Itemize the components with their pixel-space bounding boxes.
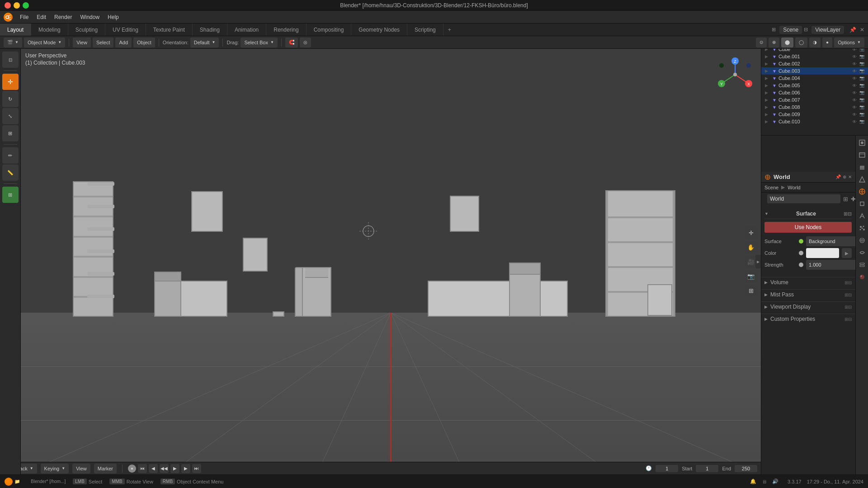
world-name-input[interactable]: [767, 194, 840, 203]
camera-restrict-icon-007[interactable]: 📷: [859, 98, 864, 102]
breadcrumb-world[interactable]: World: [788, 185, 801, 190]
cursor-tool-nav[interactable]: ✛: [745, 226, 757, 239]
object-menu-button[interactable]: Object: [133, 38, 155, 47]
tab-geometry-nodes[interactable]: Geometry Nodes: [351, 23, 407, 36]
viewport-gizmo[interactable]: Z X Y: [715, 54, 755, 95]
editor-type-button[interactable]: 🎬: [4, 38, 22, 47]
step-back-button[interactable]: ◀: [149, 464, 158, 473]
tab-rendering[interactable]: Rendering: [266, 23, 306, 36]
surface-value-input[interactable]: [806, 236, 855, 246]
scene-properties-tab[interactable]: [857, 174, 868, 185]
menu-render[interactable]: Render: [51, 13, 75, 22]
grid-view-nav[interactable]: ⊞: [745, 284, 757, 297]
data-properties-tab[interactable]: [857, 259, 868, 270]
visibility-icon-005[interactable]: 👁: [852, 83, 857, 88]
scene-selector[interactable]: Scene: [779, 26, 802, 34]
outliner-item-cube006[interactable]: ▶ ▼ Cube.006 👁 📷: [761, 89, 868, 96]
menu-file[interactable]: File: [16, 13, 32, 22]
visibility-icon-010[interactable]: 👁: [852, 119, 857, 124]
particles-properties-tab[interactable]: [857, 223, 868, 234]
strength-input[interactable]: [806, 260, 855, 270]
orientation-selector[interactable]: Default: [190, 38, 219, 47]
tab-compositing[interactable]: Compositing: [307, 23, 352, 36]
play-reverse-button[interactable]: ◀◀: [160, 464, 169, 473]
snap-button[interactable]: 🧲: [285, 38, 298, 47]
pan-tool-nav[interactable]: ✋: [745, 241, 757, 253]
breadcrumb-scene[interactable]: Scene: [764, 185, 778, 190]
camera-restrict-icon-005[interactable]: 📷: [859, 83, 864, 88]
options-button[interactable]: Options: [834, 38, 864, 47]
toggle-camera-nav[interactable]: 📷: [745, 270, 757, 282]
shading-render-button[interactable]: ●: [822, 38, 832, 47]
visibility-icon-006[interactable]: 👁: [852, 90, 857, 95]
tab-shading[interactable]: Shading: [193, 23, 227, 36]
copy-world-button[interactable]: ⊕: [843, 174, 846, 179]
color-picker-button[interactable]: ▶: [842, 248, 852, 258]
visibility-icon-009[interactable]: 👁: [852, 112, 857, 117]
keying-button[interactable]: Keying: [41, 464, 69, 474]
select-menu-button[interactable]: Select: [93, 38, 114, 47]
status-blender-logo[interactable]: [5, 478, 13, 486]
viewport-display-section[interactable]: ▶ Viewport Display ⊞⊟: [761, 301, 855, 312]
add-menu-button[interactable]: Add: [115, 38, 132, 47]
visibility-icon-008[interactable]: 👁: [852, 105, 857, 110]
proportional-edit-button[interactable]: ◎: [300, 38, 311, 47]
camera-restrict-icon-002[interactable]: 📷: [859, 61, 864, 66]
end-frame-input[interactable]: [735, 465, 757, 472]
camera-restrict-icon-009[interactable]: 📷: [859, 112, 864, 117]
tab-modeling[interactable]: Modeling: [31, 23, 68, 36]
record-button[interactable]: ●: [128, 465, 136, 473]
add-object-tool[interactable]: ⊞: [2, 187, 19, 203]
camera-restrict-icon-004[interactable]: 📷: [859, 76, 864, 80]
physics-properties-tab[interactable]: [857, 235, 868, 246]
custom-properties-section[interactable]: ▶ Custom Properties ⊞⊟: [761, 314, 855, 324]
annotate-tool[interactable]: ✏: [2, 147, 19, 164]
close-world-button[interactable]: ✕: [848, 174, 852, 179]
marker-button[interactable]: Marker: [94, 464, 117, 474]
tab-animation[interactable]: Animation: [227, 23, 266, 36]
viewlayer-selector[interactable]: ViewLayer: [811, 26, 844, 34]
camera-restrict-icon-001[interactable]: 📷: [859, 54, 864, 59]
current-frame-input[interactable]: [656, 465, 678, 472]
shading-wire-button[interactable]: ◯: [795, 38, 807, 47]
shading-solid-button[interactable]: ⬤: [781, 38, 793, 47]
select-box-tool[interactable]: ⊡: [2, 52, 19, 68]
step-forward-button[interactable]: ▶: [181, 464, 190, 473]
overlay-button[interactable]: ⊙: [756, 38, 767, 47]
menu-window[interactable]: Window: [76, 13, 103, 22]
menu-help[interactable]: Help: [104, 13, 123, 22]
jump-end-button[interactable]: ⏭: [192, 464, 201, 473]
scale-tool[interactable]: ⤡: [2, 108, 19, 124]
close-button[interactable]: [5, 2, 11, 9]
visibility-icon-004[interactable]: 👁: [852, 76, 857, 81]
close-editor-icon[interactable]: ✕: [860, 27, 864, 33]
modifier-properties-tab[interactable]: [857, 211, 868, 221]
output-properties-tab[interactable]: [857, 150, 868, 160]
add-workspace-button[interactable]: +: [443, 25, 456, 35]
pin-icon[interactable]: 📌: [849, 27, 856, 33]
outliner-item-cube008[interactable]: ▶ ▼ Cube.008 👁 📷: [761, 103, 868, 111]
camera-restrict-icon-003[interactable]: 📷: [859, 69, 864, 73]
view-timeline-button[interactable]: View: [72, 464, 90, 474]
visibility-icon-001[interactable]: 👁: [852, 54, 857, 59]
status-folder-icon[interactable]: 📁: [14, 479, 20, 484]
mist-pass-section[interactable]: ▶ Mist Pass ⊞⊟: [761, 289, 855, 300]
material-properties-tab[interactable]: [857, 272, 868, 282]
transform-tool[interactable]: ⊞: [2, 125, 19, 141]
visibility-icon-003[interactable]: 👁: [852, 69, 857, 74]
camera-restrict-icon-008[interactable]: 📷: [859, 105, 864, 109]
rotate-tool[interactable]: ↻: [2, 91, 19, 107]
panel-collapse-arrow[interactable]: ▶: [755, 255, 761, 268]
outliner-item-cube001[interactable]: ▶ ▼ Cube.001 👁 📷: [761, 53, 868, 60]
camera-restrict-icon-010[interactable]: 📷: [859, 119, 864, 124]
start-frame-input[interactable]: [696, 465, 718, 472]
outliner-item-cube009[interactable]: ▶ ▼ Cube.009 👁 📷: [761, 111, 868, 118]
tab-scripting[interactable]: Scripting: [407, 23, 443, 36]
new-world-button[interactable]: ✚: [851, 196, 855, 202]
outliner-item-cube003[interactable]: ▶ ▼ Cube.003 👁 📷: [761, 67, 868, 75]
tab-layout[interactable]: Layout: [0, 23, 31, 36]
play-button[interactable]: ▶: [170, 464, 179, 473]
constraints-properties-tab[interactable]: [857, 247, 868, 258]
outliner-item-cube007[interactable]: ▶ ▼ Cube.007 👁 📷: [761, 96, 868, 103]
use-nodes-button[interactable]: Use Nodes: [764, 222, 852, 233]
